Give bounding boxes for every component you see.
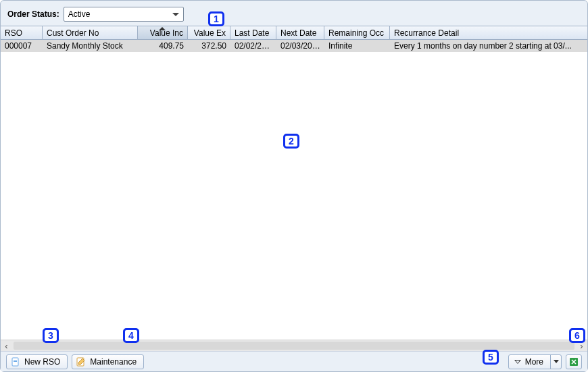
col-remaining-occ[interactable]: Remaining Occ xyxy=(324,26,390,39)
callout-1: 1 xyxy=(208,11,224,26)
cell-recurrance-detail: Every 1 months on day number 2 starting … xyxy=(390,41,587,51)
more-button-main[interactable]: More xyxy=(509,355,550,369)
table-row[interactable]: 000007 Sandy Monthly Stock 409.75 372.50… xyxy=(1,40,587,52)
more-label: More xyxy=(525,357,543,367)
excel-icon xyxy=(569,357,579,367)
col-recurrance-detail[interactable]: Recurrance Detail xyxy=(390,26,587,39)
cell-remaining-occ: Infinite xyxy=(324,41,390,51)
export-excel-button[interactable] xyxy=(566,354,582,369)
chevron-down-icon xyxy=(172,13,179,16)
col-cust-order-no[interactable]: Cust Order No xyxy=(43,26,138,39)
horizontal-scrollbar[interactable]: ‹ › xyxy=(1,340,587,351)
callout-4: 4 xyxy=(123,328,139,343)
callout-5: 5 xyxy=(483,350,499,365)
order-status-select[interactable]: Active xyxy=(64,7,184,22)
cell-last-date: 02/02/2023 xyxy=(230,41,276,51)
callout-2: 2 xyxy=(283,134,299,149)
chevron-down-outline-icon xyxy=(514,360,521,364)
edit-icon xyxy=(76,357,86,367)
more-button-dropdown[interactable] xyxy=(550,355,561,369)
cell-cust-order-no: Sandy Monthly Stock xyxy=(43,41,138,51)
maintenance-label: Maintenance xyxy=(90,357,137,367)
order-status-value: Active xyxy=(68,9,172,19)
callout-3: 3 xyxy=(43,328,59,343)
col-next-date[interactable]: Next Date xyxy=(276,26,324,39)
maintenance-button[interactable]: Maintenance xyxy=(72,354,144,369)
more-button[interactable]: More xyxy=(508,354,562,369)
col-rso[interactable]: RSO xyxy=(1,26,43,39)
main-window: Order Status: Active RSO Cust Order No V… xyxy=(0,0,588,372)
filter-bar: Order Status: Active xyxy=(1,1,587,26)
new-rso-label: New RSO xyxy=(24,357,60,367)
cell-value-ex: 372.50 xyxy=(188,41,230,51)
cell-next-date: 02/03/2023 xyxy=(276,41,324,51)
order-status-label: Order Status: xyxy=(7,9,59,19)
rso-grid: RSO Cust Order No Value Inc Value Ex Las… xyxy=(1,26,587,351)
callout-6: 6 xyxy=(569,328,585,343)
svg-rect-2 xyxy=(14,361,17,362)
col-value-inc-label: Value Inc xyxy=(150,28,183,38)
cell-rso: 000007 xyxy=(1,41,43,51)
col-value-inc[interactable]: Value Inc xyxy=(138,26,188,39)
col-last-date[interactable]: Last Date xyxy=(230,26,276,39)
scroll-track[interactable] xyxy=(14,342,574,350)
col-value-ex[interactable]: Value Ex xyxy=(188,26,230,39)
document-new-icon xyxy=(11,357,20,367)
new-rso-button[interactable]: New RSO xyxy=(6,354,68,369)
sort-asc-icon xyxy=(159,27,166,30)
svg-rect-1 xyxy=(14,360,17,361)
grid-header: RSO Cust Order No Value Inc Value Ex Las… xyxy=(1,26,587,40)
grid-body: 000007 Sandy Monthly Stock 409.75 372.50… xyxy=(1,40,587,340)
triangle-down-icon xyxy=(554,360,559,363)
footer-toolbar: New RSO Maintenance More xyxy=(1,351,587,371)
cell-value-inc: 409.75 xyxy=(138,41,188,51)
scroll-left-icon[interactable]: ‹ xyxy=(1,340,12,352)
